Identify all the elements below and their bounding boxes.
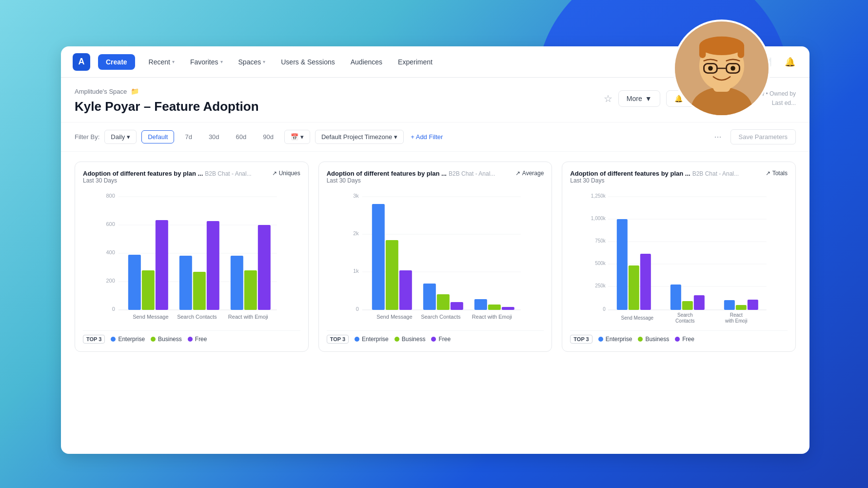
svg-rect-68 bbox=[640, 254, 651, 310]
filter-pill-7d[interactable]: 7d bbox=[179, 131, 197, 143]
svg-text:Send Message: Send Message bbox=[376, 314, 412, 320]
chevron-down-icon: ▾ bbox=[220, 59, 223, 64]
svg-text:React with Emoji: React with Emoji bbox=[472, 314, 512, 320]
chart-totals: Adoption of different features by plan .… bbox=[562, 162, 796, 352]
chart-metric-totals: ↗ Totals bbox=[766, 170, 788, 177]
svg-rect-5 bbox=[699, 44, 706, 58]
svg-text:0: 0 bbox=[112, 306, 115, 312]
nav-item-recent[interactable]: Recent ▾ bbox=[143, 54, 180, 70]
legend-enterprise-totals: Enterprise bbox=[598, 336, 632, 343]
filter-more-button[interactable]: ··· bbox=[710, 130, 726, 144]
chart-header: Adoption of different features by plan .… bbox=[83, 170, 300, 184]
chart-body-average: 3k 2k 1k 0 bbox=[327, 188, 544, 325]
svg-rect-71 bbox=[694, 295, 705, 310]
legend-free: Free bbox=[188, 336, 207, 343]
chart-body-uniques: 800 600 400 200 0 bbox=[83, 188, 300, 325]
svg-point-4 bbox=[699, 37, 744, 55]
legend-free-totals: Free bbox=[675, 336, 694, 343]
chart-svg-avg: 3k 2k 1k 0 bbox=[327, 188, 544, 325]
logo[interactable]: A bbox=[73, 53, 90, 71]
trend-icon-avg: ↗ bbox=[515, 170, 520, 177]
add-filter-button[interactable]: + Add Filter bbox=[409, 130, 445, 143]
nav-item-experiment[interactable]: Experiment bbox=[392, 54, 438, 70]
svg-text:1,250k: 1,250k bbox=[591, 193, 606, 199]
breadcrumb[interactable]: Amplitude's Space 📁 bbox=[75, 87, 259, 95]
svg-text:0: 0 bbox=[355, 306, 358, 312]
svg-text:2k: 2k bbox=[353, 230, 359, 236]
filter-pill-60d[interactable]: 60d bbox=[230, 131, 253, 143]
chart-uniques: Adoption of different features by plan .… bbox=[75, 162, 309, 352]
svg-rect-26 bbox=[193, 272, 206, 310]
favorite-button[interactable]: ☆ bbox=[604, 93, 612, 104]
svg-point-10 bbox=[708, 66, 713, 71]
filter-pill-30d[interactable]: 30d bbox=[203, 131, 225, 143]
chart-header-avg: Adoption of different features by plan .… bbox=[327, 170, 544, 184]
svg-rect-24 bbox=[156, 220, 168, 310]
svg-text:React: React bbox=[730, 312, 743, 318]
top3-badge: TOP 3 bbox=[83, 335, 105, 344]
chart-title-totals: Adoption of different features by plan .… bbox=[570, 170, 690, 177]
filter-by-label: Filter By: bbox=[75, 133, 99, 141]
legend-business-avg: Business bbox=[395, 336, 426, 343]
nav-item-audiences[interactable]: Audiences bbox=[345, 54, 388, 70]
svg-text:React with Emoji: React with Emoji bbox=[228, 314, 268, 320]
chart-subtitle-avg: Last 30 Days bbox=[327, 177, 495, 184]
chart-header-totals: Adoption of different features by plan .… bbox=[570, 170, 788, 184]
svg-text:0: 0 bbox=[603, 306, 606, 312]
svg-rect-25 bbox=[179, 256, 192, 310]
svg-text:600: 600 bbox=[106, 221, 115, 227]
charts-area: Adoption of different features by plan .… bbox=[61, 152, 809, 362]
save-parameters-button[interactable]: Save Parameters bbox=[730, 129, 796, 144]
svg-rect-46 bbox=[437, 294, 450, 310]
nav-item-favorites[interactable]: Favorites ▾ bbox=[184, 54, 229, 70]
chevron-down-icon: ▾ bbox=[127, 133, 130, 141]
chart-legend-avg: TOP 3 Enterprise Business Free bbox=[327, 330, 544, 344]
notifications-button[interactable]: 🔔 bbox=[782, 54, 798, 70]
bell-icon: 🔔 bbox=[785, 57, 795, 67]
svg-rect-66 bbox=[617, 219, 628, 310]
chart-title: Adoption of different features by plan .… bbox=[83, 170, 203, 177]
svg-text:with Emoji: with Emoji bbox=[725, 318, 748, 324]
svg-rect-27 bbox=[207, 221, 219, 310]
timezone-select[interactable]: Default Project Timezone ▾ bbox=[315, 130, 404, 144]
free-dot bbox=[188, 337, 193, 342]
filter-pill-default[interactable]: Default bbox=[141, 130, 174, 143]
business-dot bbox=[151, 337, 156, 342]
svg-rect-73 bbox=[736, 305, 747, 310]
page-title: Kyle Poyar – Feature Adoption bbox=[75, 99, 259, 114]
svg-text:200: 200 bbox=[106, 278, 115, 284]
svg-text:Send Message: Send Message bbox=[621, 315, 654, 321]
chart-subtitle-totals: Last 30 Days bbox=[570, 177, 739, 184]
header-left: Amplitude's Space 📁 Kyle Poyar – Feature… bbox=[75, 87, 259, 114]
enterprise-dot bbox=[111, 337, 116, 342]
more-button[interactable]: More ▼ bbox=[618, 90, 660, 107]
svg-rect-42 bbox=[372, 204, 385, 310]
filter-pill-90d[interactable]: 90d bbox=[257, 131, 279, 143]
chevron-down-icon: ▼ bbox=[645, 95, 652, 102]
granularity-select[interactable]: Daily ▾ bbox=[104, 130, 137, 144]
nav-item-spaces[interactable]: Spaces ▾ bbox=[233, 54, 272, 70]
svg-rect-29 bbox=[244, 270, 257, 310]
chart-body-totals: 1,250k 1,000k 750k 500k 250k 0 bbox=[570, 188, 788, 325]
chevron-down-icon: ▾ bbox=[394, 133, 397, 141]
folder-icon: 📁 bbox=[131, 87, 139, 95]
svg-text:Search Contacts: Search Contacts bbox=[421, 314, 461, 320]
nav-item-users-sessions[interactable]: Users & Sessions bbox=[275, 54, 340, 70]
svg-rect-47 bbox=[451, 302, 463, 310]
svg-text:Search Contacts: Search Contacts bbox=[177, 314, 217, 320]
calendar-select[interactable]: 📅 ▾ bbox=[284, 130, 310, 144]
svg-rect-72 bbox=[724, 300, 735, 310]
chart-legend-totals: TOP 3 Enterprise Business Free bbox=[570, 330, 788, 344]
chart-metric: ↗ Uniques bbox=[272, 170, 300, 177]
chart-source-avg: B2B Chat - Anal... bbox=[449, 170, 495, 177]
svg-text:Send Message: Send Message bbox=[133, 314, 168, 320]
svg-text:1,000k: 1,000k bbox=[591, 216, 606, 221]
chart-svg-totals: 1,250k 1,000k 750k 500k 250k 0 bbox=[570, 188, 788, 325]
legend-enterprise-avg: Enterprise bbox=[355, 336, 389, 343]
svg-text:750k: 750k bbox=[595, 238, 606, 244]
svg-rect-30 bbox=[258, 225, 271, 310]
svg-rect-50 bbox=[502, 307, 514, 310]
legend-free-avg: Free bbox=[431, 336, 451, 343]
legend-business-totals: Business bbox=[638, 336, 669, 343]
create-button[interactable]: Create bbox=[98, 54, 135, 70]
